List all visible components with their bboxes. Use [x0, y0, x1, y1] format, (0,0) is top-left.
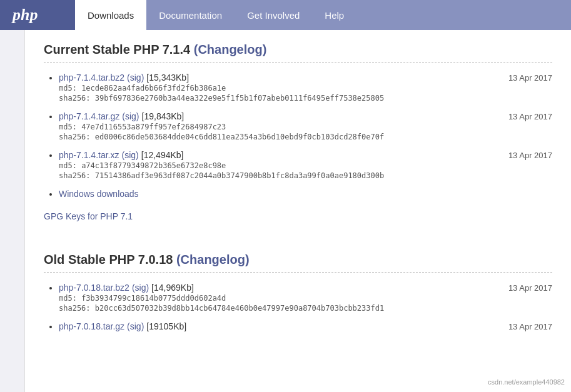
date-xz-current: 13 Apr 2017 — [508, 151, 552, 160]
date-bz2-current: 13 Apr 2017 — [508, 73, 552, 83]
download-link-group: php-7.1.4.tar.xz (sig) [12,494Kb] — [59, 150, 183, 160]
download-link-group: php-7.1.4.tar.bz2 (sig) [15,343Kb] — [59, 73, 189, 83]
divider-current — [44, 62, 552, 63]
logo-text: php — [13, 6, 38, 24]
sha256-gz-current: sha256: ed0006c86de503684dde04c6dd811ea2… — [59, 133, 552, 141]
nav-item-documentation[interactable]: Documentation — [146, 0, 235, 30]
nav-item-downloads[interactable]: Downloads — [75, 0, 146, 30]
list-item: php-7.0.18.tar.bz2 (sig) [14,969Kb] 13 A… — [59, 283, 552, 313]
md5-xz-current: md5: a74c13f8779349872b365e6732e8c98e — [59, 161, 552, 170]
list-item: php-7.1.4.tar.gz (sig) [19,843Kb] 13 Apr… — [59, 111, 552, 141]
size-bz2-current: [15,343Kb] — [146, 73, 189, 83]
download-list-old: php-7.0.18.tar.bz2 (sig) [14,969Kb] 13 A… — [44, 283, 552, 331]
size-gz-old: [19105Kb] — [146, 321, 186, 331]
section-current-stable: Current Stable PHP 7.1.4 (Changelog) php… — [44, 43, 552, 234]
md5-gz-current: md5: 47e7d116553a879ff957ef2684987c23 — [59, 123, 552, 131]
sig-link-bz2-old[interactable]: (sig) — [132, 283, 149, 293]
file-link-gz-old[interactable]: php-7.0.18.tar.gz — [59, 321, 124, 331]
download-link-group: php-7.0.18.tar.bz2 (sig) [14,969Kb] — [59, 283, 194, 293]
date-bz2-old: 13 Apr 2017 — [508, 283, 552, 293]
sig-link-gz-old[interactable]: (sig) — [127, 321, 144, 331]
sha256-bz2-old: sha256: b20cc63d507032b39d8bb14cb64784e4… — [59, 304, 552, 313]
logo: php — [0, 0, 75, 30]
file-link-bz2-old[interactable]: php-7.0.18.tar.bz2 — [59, 283, 129, 293]
date-gz-current: 13 Apr 2017 — [508, 112, 552, 121]
download-row: php-7.1.4.tar.gz (sig) [19,843Kb] 13 Apr… — [59, 111, 552, 121]
sig-link-bz2-current[interactable]: (sig) — [127, 73, 144, 83]
file-link-xz-current[interactable]: php-7.1.4.tar.xz — [59, 150, 119, 160]
section-heading-old: Old Stable PHP 7.0.18 (Changelog) — [44, 253, 552, 267]
changelog-link-old[interactable]: (Changelog) — [176, 253, 250, 266]
list-item: php-7.0.18.tar.gz (sig) [19105Kb] 13 Apr… — [59, 321, 552, 331]
download-row: php-7.1.4.tar.bz2 (sig) [15,343Kb] 13 Ap… — [59, 73, 552, 83]
divider-old — [44, 272, 552, 273]
download-row: php-7.0.18.tar.bz2 (sig) [14,969Kb] 13 A… — [59, 283, 552, 293]
list-item: php-7.1.4.tar.bz2 (sig) [15,343Kb] 13 Ap… — [59, 73, 552, 103]
nav-item-get-involved[interactable]: Get Involved — [235, 0, 312, 30]
section-old-stable: Old Stable PHP 7.0.18 (Changelog) php-7.… — [44, 253, 552, 331]
list-item-windows: Windows downloads — [59, 189, 552, 199]
size-bz2-old: [14,969Kb] — [151, 283, 194, 293]
md5-bz2-current: md5: 1ecde862aa4fad6b66f3fd2f6b386a1e — [59, 84, 552, 93]
windows-link[interactable]: Windows downloads — [59, 189, 139, 199]
page-layout: Current Stable PHP 7.1.4 (Changelog) php… — [0, 30, 571, 392]
sig-link-xz-current[interactable]: (sig) — [122, 150, 139, 160]
download-row: php-7.0.18.tar.gz (sig) [19105Kb] 13 Apr… — [59, 321, 552, 331]
size-gz-current: [19,843Kb] — [142, 111, 184, 121]
nav-bar: php Downloads Documentation Get Involved… — [0, 0, 571, 30]
md5-bz2-old: md5: f3b3934799c18614b0775ddd0d602a4d — [59, 294, 552, 303]
file-link-bz2-current[interactable]: php-7.1.4.tar.bz2 — [59, 73, 124, 83]
download-row: php-7.1.4.tar.xz (sig) [12,494Kb] 13 Apr… — [59, 150, 552, 160]
changelog-link-current[interactable]: (Changelog) — [194, 43, 267, 56]
gpg-link-current[interactable]: GPG Keys for PHP 7.1 — [44, 211, 133, 221]
sha256-bz2-current: sha256: 39bf697836e2760b3a44ea322e9e5f1f… — [59, 94, 552, 103]
section-heading-current: Current Stable PHP 7.1.4 (Changelog) — [44, 43, 552, 57]
sha256-xz-current: sha256: 71514386adf3e963df087c2044a0b374… — [59, 171, 552, 180]
main-content: Current Stable PHP 7.1.4 (Changelog) php… — [25, 30, 571, 392]
download-link-group: php-7.0.18.tar.gz (sig) [19105Kb] — [59, 321, 186, 331]
size-xz-current: [12,494Kb] — [141, 150, 184, 160]
date-gz-old: 13 Apr 2017 — [508, 322, 552, 331]
sidebar — [0, 30, 25, 392]
nav-item-help[interactable]: Help — [312, 0, 356, 30]
file-link-gz-current[interactable]: php-7.1.4.tar.gz — [59, 111, 119, 121]
download-list-current: php-7.1.4.tar.bz2 (sig) [15,343Kb] 13 Ap… — [44, 73, 552, 199]
list-item: php-7.1.4.tar.xz (sig) [12,494Kb] 13 Apr… — [59, 150, 552, 180]
nav-items: Downloads Documentation Get Involved Hel… — [75, 0, 356, 30]
download-link-group: php-7.1.4.tar.gz (sig) [19,843Kb] — [59, 111, 184, 121]
sig-link-gz-current[interactable]: (sig) — [122, 111, 139, 121]
